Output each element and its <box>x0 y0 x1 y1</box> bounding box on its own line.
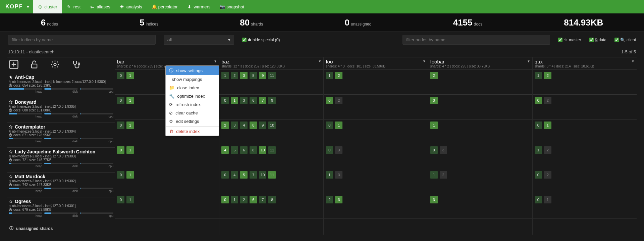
menu-item-show-settings[interactable]: ⓘshow settings <box>166 66 219 75</box>
shard[interactable]: 4 <box>231 171 238 179</box>
add-index-button[interactable] <box>9 59 21 69</box>
shard[interactable]: 3 <box>440 146 447 154</box>
shard[interactable]: 1 <box>544 196 551 203</box>
shard[interactable]: 1 <box>126 196 134 203</box>
data-input[interactable] <box>589 38 594 42</box>
shard[interactable]: 2 <box>430 72 438 79</box>
shard[interactable]: 3 <box>335 146 342 154</box>
shard[interactable]: 1 <box>126 171 134 179</box>
shard[interactable]: 9 <box>259 122 266 129</box>
shard[interactable]: 3 <box>430 196 438 203</box>
shard[interactable]: 2 <box>326 196 333 203</box>
chevron-down-icon[interactable]: ▼ <box>214 59 217 63</box>
menu-item-optimize-index[interactable]: 🔧optimize index <box>166 92 219 100</box>
shard[interactable]: 1 <box>126 146 134 154</box>
index-header[interactable]: bar shards: 2 * 6 | docs: 235 | size: 2 … <box>115 57 219 69</box>
shard[interactable]: 0 <box>326 146 333 154</box>
shard[interactable]: 4 <box>221 146 229 154</box>
shard[interactable]: 1 <box>535 72 542 79</box>
chevron-down-icon[interactable]: ▼ <box>318 59 322 63</box>
shard[interactable]: 1 <box>326 171 333 179</box>
shard[interactable]: 8 <box>250 122 257 129</box>
shard[interactable]: 1 <box>126 72 134 79</box>
shard[interactable]: 0 <box>326 122 333 129</box>
shard[interactable]: 5 <box>240 171 248 179</box>
brand[interactable]: KOPF ▼ <box>3 4 33 10</box>
shard[interactable]: 2 <box>240 196 248 203</box>
shard[interactable]: 0 <box>117 122 124 129</box>
hide-special-input[interactable] <box>242 38 247 42</box>
shard[interactable]: 3 <box>335 196 342 203</box>
filter-indices-input[interactable] <box>8 35 156 45</box>
shard[interactable]: 0 <box>221 171 229 179</box>
shard[interactable]: 11 <box>268 171 276 179</box>
menu-item-clear-cache[interactable]: ⊘clear cache <box>166 109 219 117</box>
client-input[interactable] <box>614 38 619 42</box>
menu-item-close-index[interactable]: 📁close index <box>166 84 219 92</box>
menu-item-show-mappings[interactable]: show mappings <box>166 75 219 84</box>
index-header[interactable]: foobar shards: 4 * 2 | docs: 295 | size:… <box>428 57 532 69</box>
shard[interactable]: 2 <box>335 72 342 79</box>
shard[interactable]: 1 <box>126 122 134 129</box>
shard[interactable]: 3 <box>240 72 248 79</box>
shard[interactable]: 6 <box>250 196 257 203</box>
shard[interactable]: 7 <box>250 171 257 179</box>
shard[interactable]: 0 <box>221 97 229 104</box>
shard[interactable]: 1 <box>326 72 333 79</box>
shard[interactable]: 2 <box>544 72 551 79</box>
shard[interactable]: 2 <box>544 146 551 154</box>
shard[interactable]: 8 <box>268 196 276 203</box>
menu-item-edit-settings[interactable]: ⚙edit settings <box>166 117 219 126</box>
shard[interactable]: 1 <box>430 171 438 179</box>
shard[interactable]: 0 <box>535 122 542 129</box>
shard[interactable]: 2 <box>335 97 342 104</box>
shard[interactable]: 0 <box>535 171 542 179</box>
index-header[interactable]: qux shards: 3 * 4 | docs: 214 | size: 28… <box>533 57 637 69</box>
shard[interactable]: 10 <box>268 122 276 129</box>
shard[interactable]: 0 <box>221 196 229 203</box>
shard[interactable]: 2 <box>440 171 447 179</box>
menu-item-refresh-index[interactable]: ⟳refresh index <box>166 100 219 109</box>
shard[interactable]: 1 <box>535 146 542 154</box>
nav-rest[interactable]: ✎rest <box>62 0 86 13</box>
shard[interactable]: 6 <box>250 97 257 104</box>
settings-button[interactable] <box>50 60 63 69</box>
shard[interactable]: 7 <box>259 196 266 203</box>
shard[interactable]: 10 <box>259 146 266 154</box>
shard[interactable]: 1 <box>126 97 134 104</box>
shard[interactable]: 9 <box>259 72 266 79</box>
shard[interactable]: 0 <box>430 97 438 104</box>
chevron-down-icon[interactable]: ▼ <box>631 59 635 63</box>
shard[interactable]: 0 <box>535 196 542 203</box>
shard[interactable]: 1 <box>335 122 342 129</box>
nav-aliases[interactable]: 🏷aliases <box>85 0 115 13</box>
shard[interactable]: 0 <box>117 146 124 154</box>
shard[interactable]: 1 <box>231 97 238 104</box>
shard[interactable]: 0 <box>326 97 333 104</box>
shard[interactable]: 0 <box>535 97 542 104</box>
filter-select[interactable]: all ▾ <box>164 35 234 45</box>
shard[interactable]: 1 <box>430 122 438 129</box>
nav-cluster[interactable]: ⌬cluster <box>33 0 62 13</box>
shard[interactable]: 6 <box>240 146 248 154</box>
chevron-down-icon[interactable]: ▼ <box>527 59 530 63</box>
shard[interactable]: 0 <box>117 72 124 79</box>
chevron-down-icon[interactable]: ▼ <box>423 59 426 63</box>
nav-warmers[interactable]: ⬇warmers <box>182 0 215 13</box>
shard[interactable]: 11 <box>268 146 276 154</box>
nav-snapshot[interactable]: 📷snapshot <box>215 0 249 13</box>
hide-special-checkbox[interactable]: ✱ hide special (0) <box>242 38 280 42</box>
shard[interactable]: 4 <box>240 122 248 129</box>
shard[interactable]: 5 <box>231 146 238 154</box>
index-header[interactable]: baz shards: 12 * 3 | docs: 252 | size: 1… <box>219 57 323 69</box>
shard[interactable]: 2 <box>221 122 229 129</box>
shard[interactable]: 3 <box>335 171 342 179</box>
shard[interactable]: 0 <box>117 171 124 179</box>
index-header[interactable]: foo shards: 4 * 3 | docs: 181 | size: 33… <box>324 57 428 69</box>
shard[interactable]: 1 <box>544 122 551 129</box>
shard[interactable]: 11 <box>268 72 276 79</box>
lock-button[interactable] <box>30 60 42 69</box>
client-checkbox[interactable]: 🔍 client <box>614 38 636 42</box>
shard[interactable]: 3 <box>231 122 238 129</box>
shard[interactable]: 5 <box>250 72 257 79</box>
